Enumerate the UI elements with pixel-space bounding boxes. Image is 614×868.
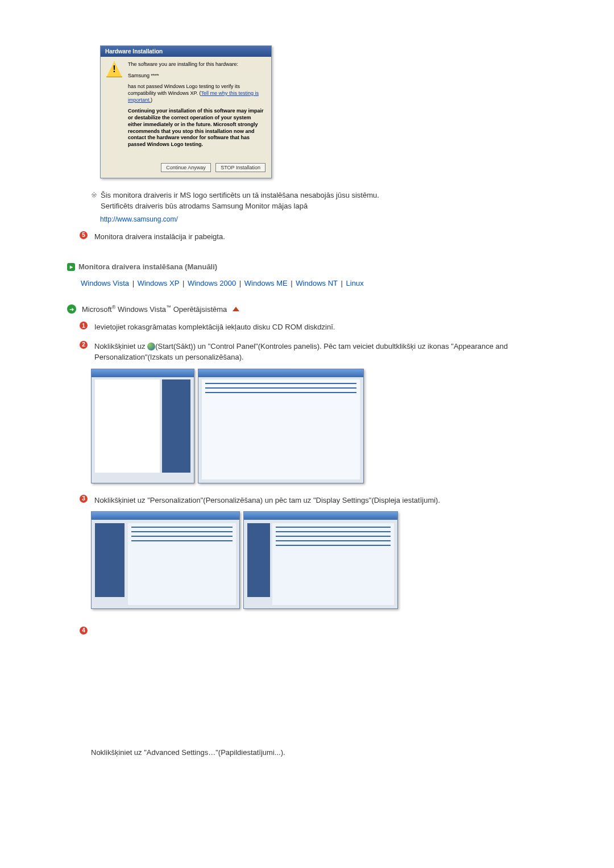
vista-heading: ➜ Microsoft® Windows Vista™ Operētājsist…	[67, 304, 534, 314]
step-1: 1 Ievietojiet rokasgrāmatas komplektācij…	[80, 322, 534, 333]
dialog-warning-text: Continuing your installation of this sof…	[128, 108, 265, 148]
section-bullet-icon: ▸	[67, 263, 75, 271]
step-number-5: 5	[80, 231, 88, 239]
screenshot-row-2	[91, 511, 534, 609]
step-number-1: 1	[80, 322, 88, 329]
link-windows-me[interactable]: Windows ME	[244, 279, 288, 287]
link-windows-nt[interactable]: Windows NT	[296, 279, 338, 287]
link-windows-xp[interactable]: Windows XP	[138, 279, 180, 287]
link-linux[interactable]: Linux	[346, 279, 364, 287]
asterisk-icon: ※	[91, 190, 97, 212]
step-4-marker: 4	[80, 626, 534, 635]
arrow-circle-icon: ➜	[67, 304, 76, 314]
dialog-title: Hardware Installation	[101, 46, 271, 57]
link-windows-vista[interactable]: Windows Vista	[81, 279, 129, 287]
link-windows-2000[interactable]: Windows 2000	[188, 279, 236, 287]
certification-note: ※ Šis monitora draiveris ir MS logo sert…	[91, 190, 534, 212]
os-links-row: Windows Vista | Windows XP | Windows 200…	[80, 279, 534, 287]
start-menu-screenshot	[91, 369, 194, 483]
personalization-screenshot	[243, 511, 398, 609]
continue-anyway-button[interactable]: Continue Anyway	[161, 163, 211, 172]
step-4-text: Noklikšķiniet uz "Advanced Settings…"(Pa…	[91, 748, 534, 757]
step-number-2: 2	[80, 341, 88, 349]
control-panel-screenshot	[198, 369, 364, 483]
step-3: 3 Noklikšķiniet uz "Personalization"(Per…	[80, 495, 534, 506]
step-5: 5 Monitora draivera instalācija ir pabei…	[80, 231, 534, 243]
dialog-device: Samsung ****	[128, 73, 265, 80]
step-2: 2 Noklikšķiniet uz (Start(Sākt)) un "Con…	[80, 341, 534, 363]
stop-installation-button[interactable]: STOP Installation	[215, 163, 265, 172]
dialog-line1: The software you are installing for this…	[128, 61, 265, 68]
step-number-3: 3	[80, 495, 88, 503]
samsung-url-link[interactable]: http://www.samsung.com/	[100, 215, 178, 223]
start-orb-icon	[147, 343, 155, 350]
dialog-compat: has not passed Windows Logo testing to v…	[128, 84, 265, 103]
appearance-screenshot	[91, 511, 240, 609]
warning-icon: !	[106, 61, 122, 77]
screenshot-row-1	[91, 369, 534, 483]
manual-install-section: ▸ Monitora draivera instalēšana (Manuāli…	[67, 262, 534, 271]
step-number-4: 4	[80, 627, 88, 635]
hardware-installation-dialog: Hardware Installation ! The software you…	[100, 45, 272, 178]
back-to-top-icon[interactable]	[233, 307, 239, 311]
